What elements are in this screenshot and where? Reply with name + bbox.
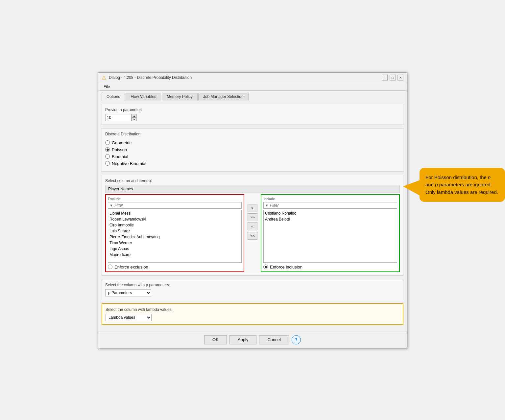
p-param-dropdown[interactable]: p Parameters	[105, 289, 151, 296]
window-title: Dialog - 4:208 - Discrete Probability Di…	[109, 75, 192, 80]
move-buttons: > >> < <<	[246, 194, 259, 240]
list-item[interactable]: Luis Suarez	[108, 228, 241, 234]
list-item[interactable]: Iago Aspas	[108, 246, 241, 252]
exclude-list-box[interactable]: Lionel Messi Robert Lewandowski Ciro Imm…	[108, 210, 242, 263]
exclude-filter-input[interactable]	[114, 203, 240, 208]
enforce-inclusion-row: Enforce inclusion	[263, 265, 397, 269]
dual-list-container: Exclude ▼ Lionel Messi Robert Lewandowsk…	[105, 194, 400, 272]
list-item[interactable]: Robert Lewandowski	[108, 216, 241, 222]
exclude-filter-icon: ▼	[109, 203, 113, 207]
list-item[interactable]: Andrea Belotti	[264, 216, 397, 222]
enforce-exclusion-radio[interactable]	[108, 265, 112, 269]
tab-options[interactable]: Options	[102, 93, 125, 101]
lambda-dropdown[interactable]: Lambda values	[106, 314, 152, 321]
radio-negative-binomial-label: Negative Binomial	[112, 161, 146, 166]
p-param-select-row: p Parameters	[105, 289, 400, 296]
distribution-section: Discrete Distribution: Geometric Poisson…	[102, 128, 403, 172]
list-item[interactable]: Pierre-Emerick Aubameyang	[108, 234, 241, 240]
enforce-exclusion-label: Enforce exclusion	[114, 265, 148, 269]
radio-negative-binomial-circle	[105, 161, 110, 166]
radio-poisson-circle	[105, 147, 110, 152]
main-window: ⚠ Dialog - 4:208 - Discrete Probability …	[98, 72, 407, 348]
include-list-box[interactable]: Cristiano Ronaldo Andrea Belotti	[263, 210, 397, 263]
n-param-section: Provide n parameter: 10 ▲ ▼	[102, 104, 403, 125]
warning-icon: ⚠	[102, 75, 106, 81]
tab-job-manager[interactable]: Job Manager Selection	[198, 93, 249, 101]
move-right-all-button[interactable]: >>	[248, 213, 257, 221]
radio-binomial-label: Binomial	[112, 154, 128, 159]
radio-binomial[interactable]: Binomial	[105, 154, 400, 159]
content-area: Provide n parameter: 10 ▲ ▼ Discrete Dis…	[98, 101, 407, 332]
distribution-label: Discrete Distribution:	[105, 132, 400, 136]
radio-poisson-label: Poisson	[112, 147, 127, 152]
minimize-button[interactable]: —	[382, 75, 388, 81]
spinner-up[interactable]: ▲	[132, 114, 137, 118]
help-button[interactable]: ?	[292, 335, 301, 344]
lambda-select-row: Lambda values	[106, 314, 399, 321]
lambda-label: Select the column with lambda values:	[106, 307, 399, 312]
maximize-button[interactable]: □	[390, 75, 396, 81]
include-filter-row: ▼	[263, 202, 397, 209]
apply-button[interactable]: Apply	[229, 335, 257, 344]
list-item[interactable]: Timo Werner	[108, 240, 241, 246]
include-filter-icon: ▼	[265, 203, 269, 207]
n-param-input[interactable]: 10	[105, 114, 132, 121]
column-select-label: Select column and item(s):	[105, 178, 400, 183]
distribution-radio-group: Geometric Poisson Binomial Negative Bino…	[105, 138, 400, 168]
enforce-inclusion-radio[interactable]	[263, 265, 268, 269]
tab-flow-variables[interactable]: Flow Variables	[126, 93, 161, 101]
exclude-title: Exclude	[108, 197, 242, 201]
spinner-buttons: ▲ ▼	[132, 114, 137, 121]
tooltip-container: Exclude ▼ Lionel Messi Robert Lewandowsk…	[105, 194, 400, 272]
move-left-button[interactable]: <	[248, 222, 257, 230]
move-right-button[interactable]: >	[248, 204, 257, 212]
footer-bar: OK Apply Cancel ?	[98, 332, 407, 348]
column-items-section: Select column and item(s): Player Names …	[102, 175, 403, 276]
list-item[interactable]: Ciro Immobile	[108, 222, 241, 228]
exclude-filter-row: ▼	[108, 202, 242, 209]
close-button[interactable]: ✕	[397, 75, 403, 81]
cancel-button[interactable]: Cancel	[259, 335, 289, 344]
radio-geometric-label: Geometric	[112, 140, 132, 145]
menu-file[interactable]: File	[102, 84, 112, 90]
include-filter-input[interactable]	[270, 203, 396, 208]
include-panel: Include ▼ Cristiano Ronaldo Andrea Belot…	[261, 194, 400, 272]
radio-geometric[interactable]: Geometric	[105, 140, 400, 145]
tooltip-callout: For Poisson distribution, the n and p pa…	[420, 168, 505, 202]
column-header: Player Names	[105, 185, 400, 193]
p-param-label: Select the column with p parameters:	[105, 283, 400, 287]
radio-geometric-circle	[105, 140, 110, 145]
radio-poisson[interactable]: Poisson	[105, 147, 400, 152]
spinner-down[interactable]: ▼	[132, 118, 137, 121]
radio-negative-binomial[interactable]: Negative Binomial	[105, 161, 400, 166]
titlebar: ⚠ Dialog - 4:208 - Discrete Probability …	[98, 73, 407, 83]
spinner-row: 10 ▲ ▼	[105, 114, 400, 121]
move-left-all-button[interactable]: <<	[248, 232, 257, 240]
ok-button[interactable]: OK	[204, 335, 227, 344]
p-param-section: Select the column with p parameters: p P…	[102, 279, 403, 300]
tabs-bar: Options Flow Variables Memory Policy Job…	[98, 91, 407, 101]
exclude-panel: Exclude ▼ Lionel Messi Robert Lewandowsk…	[105, 194, 244, 272]
list-item[interactable]: Lionel Messi	[108, 210, 241, 216]
n-param-label: Provide n parameter:	[105, 107, 400, 112]
enforce-exclusion-row: Enforce exclusion	[108, 265, 242, 269]
menubar: File	[98, 83, 407, 91]
titlebar-controls[interactable]: — □ ✕	[382, 75, 403, 81]
titlebar-left: ⚠ Dialog - 4:208 - Discrete Probability …	[102, 75, 192, 81]
tooltip-text: For Poisson distribution, the n and p pa…	[425, 175, 498, 195]
list-item[interactable]: Cristiano Ronaldo	[264, 210, 397, 216]
include-title: Include	[263, 197, 397, 201]
tab-memory-policy[interactable]: Memory Policy	[162, 93, 198, 101]
lambda-section: Select the column with lambda values: La…	[102, 303, 403, 325]
radio-binomial-circle	[105, 154, 110, 159]
list-item[interactable]: Mauro Icardi	[108, 252, 241, 258]
enforce-inclusion-label: Enforce inclusion	[270, 265, 302, 269]
